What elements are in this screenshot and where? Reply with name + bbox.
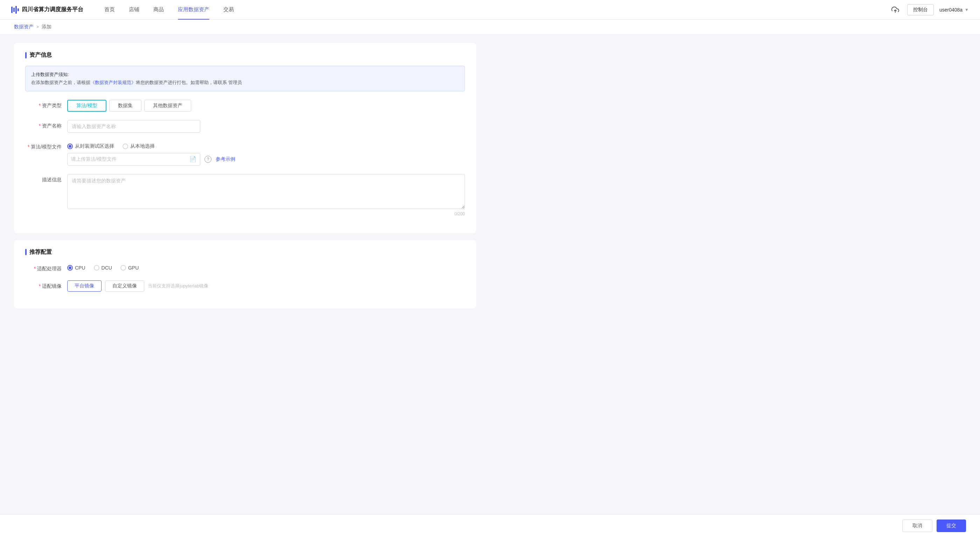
processor-radio-group: CPU DCU GPU (67, 263, 465, 271)
processor-cpu[interactable]: CPU (67, 265, 86, 271)
description-textarea[interactable] (67, 174, 465, 209)
logo: 四川省算力调度服务平台 (11, 6, 83, 14)
image-row: 适配镜像 平台镜像 自定义镜像 当前仅支持选择jupyterlab镜像 (25, 280, 465, 292)
type-algo-model[interactable]: 算法/模型 (67, 100, 107, 112)
file-placeholder: 请上传算法/模型文件 (71, 156, 116, 162)
description-control: 0/200 (67, 174, 465, 216)
processor-gpu[interactable]: GPU (121, 265, 138, 271)
asset-type-buttons: 算法/模型 数据集 其他数据资产 (67, 100, 465, 112)
asset-name-label: 资产名称 (25, 120, 67, 129)
image-hint: 当前仅支持选择jupyterlab镜像 (148, 283, 208, 289)
radio-from-test (67, 143, 73, 149)
asset-name-input[interactable] (67, 120, 200, 133)
nav-item-assets[interactable]: 应用数据资产 (171, 0, 216, 20)
processor-control: CPU DCU GPU (67, 263, 465, 271)
processor-label: 适配处理器 (25, 263, 67, 272)
asset-name-control (67, 120, 465, 133)
radio-gpu (121, 265, 126, 271)
algo-file-control: 从封装测试区选择 从本地选择 请上传算法/模型文件 📄 ? 参考示例 (67, 141, 465, 165)
file-input-row: 请上传算法/模型文件 📄 ? 参考示例 (67, 153, 465, 165)
upload-icon[interactable] (889, 3, 902, 16)
notice-link[interactable]: 《数据资产封装规范》 (90, 80, 136, 85)
asset-type-row: 资产类型 算法/模型 数据集 其他数据资产 (25, 100, 465, 112)
file-input-box[interactable]: 请上传算法/模型文件 📄 (67, 153, 200, 165)
notice-box: 上传数据资产须知: 在添加数据资产之前，请根据《数据资产封装规范》将您的数据资产… (25, 66, 465, 91)
header: 四川省算力调度服务平台 首页 店铺 商品 应用数据资产 交易 控制台 user0… (0, 0, 980, 20)
nav-item-trade[interactable]: 交易 (216, 0, 241, 20)
notice-body: 在添加数据资产之前，请根据《数据资产封装规范》将您的数据资产进行打包。如需帮助，… (31, 78, 459, 86)
char-count: 0/200 (67, 211, 465, 216)
logo-bar-4 (18, 8, 19, 11)
nav-item-home[interactable]: 首页 (97, 0, 122, 20)
image-label: 适配镜像 (25, 280, 67, 289)
file-source-local[interactable]: 从本地选择 (123, 143, 155, 149)
main-content: 资产信息 上传数据资产须知: 在添加数据资产之前，请根据《数据资产封装规范》将您… (0, 35, 490, 352)
asset-info-section: 资产信息 上传数据资产须知: 在添加数据资产之前，请根据《数据资产封装规范》将您… (14, 43, 476, 233)
chevron-down-icon: ▼ (965, 7, 969, 12)
recommended-config-title: 推荐配置 (25, 249, 465, 256)
file-source-radio-group: 从封装测试区选择 从本地选择 (67, 141, 465, 149)
notice-title: 上传数据资产须知: (31, 70, 459, 78)
logo-text: 四川省算力调度服务平台 (22, 6, 83, 13)
radio-from-local (123, 143, 128, 149)
asset-name-row: 资产名称 (25, 120, 465, 133)
user-menu[interactable]: user0408a ▼ (939, 7, 969, 13)
platform-image-btn[interactable]: 平台镜像 (67, 280, 102, 292)
recommended-config-section: 推荐配置 适配处理器 CPU DCU GPU (14, 240, 476, 308)
type-other[interactable]: 其他数据资产 (144, 100, 191, 112)
file-source-test[interactable]: 从封装测试区选择 (67, 143, 114, 149)
custom-image-btn[interactable]: 自定义镜像 (105, 280, 144, 292)
breadcrumb-current: 添加 (42, 24, 51, 30)
asset-type-label: 资产类型 (25, 100, 67, 109)
algo-file-label: 算法/模型文件 (25, 141, 67, 150)
logo-bar-1 (11, 6, 13, 13)
user-name: user0408a (939, 7, 963, 13)
image-control: 平台镜像 自定义镜像 当前仅支持选择jupyterlab镜像 (67, 280, 465, 292)
processor-row: 适配处理器 CPU DCU GPU (25, 263, 465, 272)
radio-dcu (94, 265, 99, 271)
image-btn-group: 平台镜像 自定义镜像 当前仅支持选择jupyterlab镜像 (67, 280, 465, 292)
nav-item-store[interactable]: 店铺 (122, 0, 146, 20)
file-icon: 📄 (189, 156, 196, 162)
control-panel-button[interactable]: 控制台 (907, 4, 934, 16)
logo-icon (11, 6, 19, 14)
logo-bar-2 (13, 8, 15, 12)
description-row: 描述信息 0/200 (25, 174, 465, 216)
logo-bar-3 (15, 6, 17, 14)
algo-file-row: 算法/模型文件 从封装测试区选择 从本地选择 请上传算法/模型文件 📄 (25, 141, 465, 165)
type-dataset[interactable]: 数据集 (109, 100, 142, 112)
help-icon[interactable]: ? (204, 156, 212, 163)
breadcrumb-separator: > (37, 24, 39, 29)
asset-info-title: 资产信息 (25, 51, 465, 59)
nav-item-products[interactable]: 商品 (146, 0, 171, 20)
processor-dcu[interactable]: DCU (94, 265, 112, 271)
main-nav: 首页 店铺 商品 应用数据资产 交易 (97, 0, 889, 20)
asset-type-control: 算法/模型 数据集 其他数据资产 (67, 100, 465, 112)
breadcrumb-parent[interactable]: 数据资产 (14, 24, 33, 30)
description-label: 描述信息 (25, 174, 67, 183)
header-right: 控制台 user0408a ▼ (889, 3, 969, 16)
breadcrumb: 数据资产 > 添加 (0, 20, 980, 35)
ref-link[interactable]: 参考示例 (216, 156, 235, 162)
radio-cpu (67, 265, 73, 271)
